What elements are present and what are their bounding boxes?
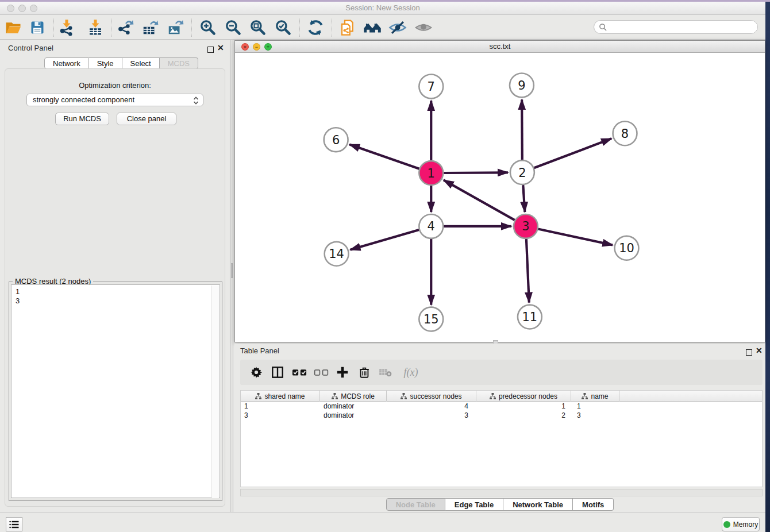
- tab-node-table[interactable]: Node Table: [386, 498, 445, 511]
- splitter-handle[interactable]: [231, 263, 233, 278]
- maximize-window-button[interactable]: [30, 5, 37, 12]
- graph-edge-3-11[interactable]: [526, 239, 529, 303]
- import-table-icon[interactable]: [86, 18, 105, 37]
- network-canvas[interactable]: 1234678910111415: [235, 53, 765, 342]
- zoom-selected-icon[interactable]: [274, 18, 293, 37]
- duplicate-network-icon[interactable]: [338, 18, 357, 37]
- graph-edge-4-14[interactable]: [351, 230, 419, 250]
- open-file-icon[interactable]: [3, 18, 23, 37]
- graph-node-11[interactable]: 11: [518, 305, 542, 329]
- graph-node-14[interactable]: 14: [325, 242, 349, 266]
- table-row[interactable]: 1dominator411: [241, 402, 762, 411]
- table-cell[interactable]: 1: [571, 402, 619, 411]
- mcds-result-list[interactable]: 1 3: [11, 284, 220, 498]
- graph-edge-2-3[interactable]: [523, 185, 525, 212]
- save-icon[interactable]: [28, 18, 47, 37]
- hide-eye-icon[interactable]: [388, 18, 407, 37]
- search-box[interactable]: [594, 20, 758, 34]
- minimize-window-button[interactable]: [18, 5, 26, 12]
- column-tree-icon: [490, 393, 496, 399]
- close-panel-icon[interactable]: ✕: [217, 43, 224, 52]
- close-window-button[interactable]: [7, 5, 14, 12]
- tab-network-table[interactable]: Network Table: [503, 498, 573, 511]
- deselect-checkboxes-icon[interactable]: [312, 364, 330, 381]
- export-table-icon[interactable]: [140, 18, 160, 37]
- table-cell[interactable]: 3: [241, 411, 320, 420]
- show-eye-icon[interactable]: [414, 18, 433, 37]
- column-header-2[interactable]: successor nodes: [387, 391, 476, 402]
- add-column-icon[interactable]: [333, 364, 352, 381]
- graph-node-4[interactable]: 4: [419, 214, 443, 238]
- table-cell[interactable]: dominator: [320, 411, 387, 420]
- zoom-fit-icon[interactable]: [248, 18, 268, 37]
- search-input[interactable]: [607, 22, 757, 32]
- graph-node-8[interactable]: 8: [613, 121, 637, 145]
- main-toolbar: [0, 15, 765, 40]
- tab-network[interactable]: Network: [44, 57, 89, 69]
- table-cell[interactable]: 3: [571, 411, 619, 420]
- table-cell[interactable]: 3: [387, 411, 476, 420]
- table-cell[interactable]: 4: [387, 402, 476, 411]
- optimization-criterion-dropdown[interactable]: strongly connected component: [26, 94, 203, 106]
- result-item[interactable]: 1: [16, 287, 220, 296]
- export-image-icon[interactable]: [165, 18, 185, 37]
- zoom-out-icon[interactable]: [224, 18, 243, 37]
- graph-node-3[interactable]: 3: [514, 214, 538, 238]
- result-scrollbar[interactable]: [211, 286, 219, 498]
- column-header-3[interactable]: predecessor nodes: [476, 391, 571, 402]
- network-close-button[interactable]: ×: [241, 43, 249, 51]
- tab-style[interactable]: Style: [89, 57, 122, 69]
- home-networks-icon[interactable]: [363, 18, 382, 37]
- column-tree-icon: [255, 393, 261, 399]
- table-horizontal-scrollbar[interactable]: [240, 489, 763, 496]
- run-mcds-button[interactable]: Run MCDS: [55, 113, 109, 125]
- graph-node-1[interactable]: 1: [419, 161, 443, 185]
- graph-edge-2-9[interactable]: [522, 99, 522, 160]
- graph-edge-3-1[interactable]: [444, 180, 515, 220]
- import-network-icon[interactable]: [57, 18, 76, 37]
- network-maximize-button[interactable]: +: [264, 43, 272, 51]
- graph-node-10[interactable]: 10: [615, 236, 639, 260]
- network-minimize-button[interactable]: −: [253, 43, 260, 51]
- graph-node-6[interactable]: 6: [324, 128, 348, 152]
- memory-button[interactable]: Memory: [722, 517, 760, 531]
- close-table-panel-icon[interactable]: ✕: [756, 346, 763, 355]
- settings-gear-icon[interactable]: [247, 364, 265, 381]
- network-window-titlebar[interactable]: × − + scc.txt: [235, 41, 765, 53]
- zoom-in-icon[interactable]: [198, 18, 218, 37]
- table-cell[interactable]: dominator: [320, 402, 387, 411]
- result-item[interactable]: 3: [16, 296, 220, 306]
- tab-mcds[interactable]: MCDS: [160, 57, 198, 69]
- column-header-1[interactable]: MCDS role: [320, 391, 387, 402]
- graph-edge-3-10[interactable]: [538, 229, 613, 245]
- column-tree-icon: [582, 393, 588, 399]
- float-panel-icon[interactable]: [207, 45, 214, 55]
- table-cell[interactable]: 2: [476, 411, 571, 420]
- dropdown-stepper-icon: [193, 96, 199, 105]
- table-row[interactable]: 3dominator323: [241, 411, 762, 420]
- tab-edge-table[interactable]: Edge Table: [445, 498, 503, 511]
- close-panel-button[interactable]: Close panel: [117, 113, 176, 125]
- graph-node-9[interactable]: 9: [510, 73, 534, 97]
- split-view-icon[interactable]: [268, 364, 287, 381]
- task-history-button[interactable]: [6, 517, 22, 531]
- column-header-4[interactable]: name: [571, 391, 619, 402]
- graph-edge-1-6[interactable]: [349, 144, 419, 168]
- graph-node-7[interactable]: 7: [419, 74, 443, 98]
- tab-motifs[interactable]: Motifs: [573, 498, 614, 511]
- graph-node-15[interactable]: 15: [419, 307, 443, 331]
- delete-column-icon[interactable]: [355, 364, 374, 381]
- refresh-icon[interactable]: [306, 18, 325, 37]
- column-header-0[interactable]: shared name: [241, 391, 320, 402]
- select-all-checkboxes-icon[interactable]: [290, 364, 309, 381]
- graph-edge-2-8[interactable]: [534, 138, 611, 168]
- export-network-icon[interactable]: [116, 18, 135, 37]
- tab-select[interactable]: Select: [122, 57, 160, 69]
- table-cell[interactable]: 1: [241, 402, 320, 411]
- float-table-panel-icon[interactable]: [746, 348, 752, 358]
- column-label: shared name: [264, 392, 305, 400]
- graph-edge-1-2[interactable]: [444, 172, 508, 173]
- table-cell[interactable]: 1: [476, 402, 571, 411]
- panel-splitter[interactable]: [230, 40, 233, 512]
- graph-node-2[interactable]: 2: [510, 160, 534, 184]
